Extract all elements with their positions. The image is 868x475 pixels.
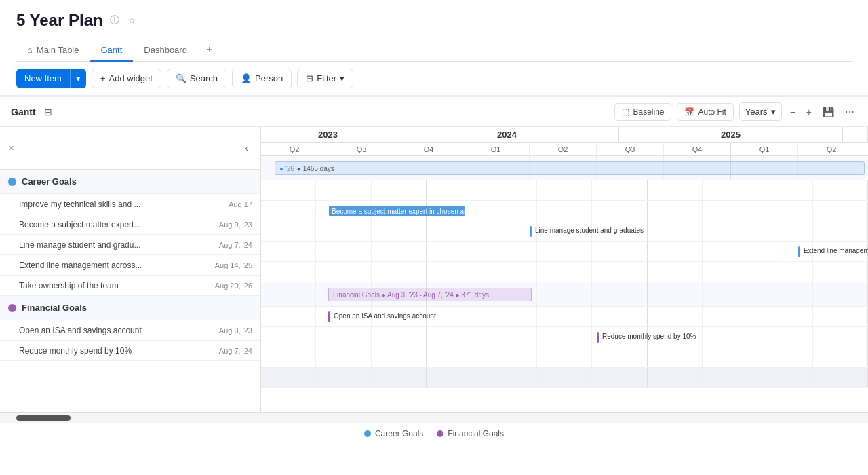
- gantt-main: ✕ ‹ Career Goals Improve my technical sk…: [0, 127, 868, 412]
- item-row-extend: Extend line management across... Aug 14,…: [0, 255, 260, 276]
- group-row-financial: Financial Goals: [0, 296, 260, 320]
- career-summary-bar: ● '26 ● 1465 days: [275, 162, 865, 175]
- info-icon-btn[interactable]: ⓘ: [108, 13, 121, 28]
- timeline-header: 2023 2024 2025 Q2 Q3 Q4 Q1 Q2 Q3 Q4 Q1 Q…: [261, 127, 868, 156]
- person-button[interactable]: 👤 Person: [232, 69, 292, 88]
- gantt-right-panel: 2023 2024 2025 Q2 Q3 Q4 Q1 Q2 Q3 Q4 Q1 Q…: [261, 127, 868, 412]
- gantt-toolbar: Gantt ⊟ ⬚ Baseline 📅 Auto Fit Years ▾ − …: [0, 97, 868, 127]
- filter-icon: ⊟: [306, 73, 313, 83]
- more-options-btn[interactable]: ⋯: [842, 104, 857, 120]
- item-row-ownership: Take ownership of the team Aug 20, '26: [0, 276, 260, 296]
- zoom-in-btn[interactable]: +: [804, 104, 814, 120]
- tab-dashboard[interactable]: Dashboard: [133, 39, 198, 62]
- item-date-expert: Aug 9, '23: [219, 221, 252, 229]
- year-2024: 2024: [395, 127, 619, 142]
- financial-group-timeline-row: Financial Goals ● Aug 3, '23 - Aug 7, '2…: [261, 282, 868, 307]
- add-widget-button[interactable]: + Add widget: [92, 69, 161, 88]
- item-row-line-manage: Line manage student and gradu... Aug 7, …: [0, 235, 260, 255]
- financial-dot: [8, 304, 16, 312]
- career-group-name: Career Goals: [22, 176, 77, 187]
- home-icon: ⌂: [27, 45, 33, 55]
- gantt-col-header: ✕ ‹: [0, 127, 260, 170]
- star-icon-btn[interactable]: ☆: [126, 14, 138, 27]
- item-name-line-manage: Line manage student and gradu...: [19, 240, 168, 250]
- legend-financial-label: Financial Goals: [448, 429, 504, 438]
- search-button[interactable]: 🔍 Search: [167, 69, 226, 88]
- career-group-timeline-row: ● '26 ● 1465 days: [261, 156, 868, 180]
- filter-button[interactable]: ⊟ Filter ▾: [297, 69, 353, 88]
- financial-summary-bar: Financial Goals ● Aug 3, '23 - Aug 7, '2…: [328, 288, 532, 301]
- q-2025-q2: Q2: [798, 143, 865, 155]
- person-icon: 👤: [241, 73, 252, 83]
- legend-financial: Financial Goals: [437, 429, 504, 438]
- q-2023-q2: Q2: [261, 143, 328, 155]
- item-name-reduce: Reduce monthly spend by 10%: [19, 346, 168, 356]
- gantt-left-panel: ✕ ‹ Career Goals Improve my technical sk…: [0, 127, 261, 412]
- item-date-ownership: Aug 20, '26: [215, 282, 252, 290]
- line-manage-timeline-row: Line manage student and graduates: [261, 221, 868, 242]
- item-date-isa: Aug 3, '23: [219, 326, 252, 335]
- timeline-rows: ● '26 ● 1465 days: [261, 156, 868, 388]
- become-expert-bar: Become a subject matter expert in chosen…: [329, 206, 465, 216]
- baseline-btn[interactable]: ⬚ Baseline: [614, 103, 671, 121]
- expert-timeline-row: Become a subject matter expert in chosen…: [261, 201, 868, 221]
- q-2024-q4: Q4: [664, 143, 731, 155]
- item-name-isa: Open an ISA and savings account: [19, 326, 168, 335]
- gantt-filter-btn[interactable]: ⊟: [41, 104, 55, 120]
- career-dot: [8, 178, 16, 186]
- years-select[interactable]: Years ▾: [739, 102, 782, 121]
- isa-timeline-row: Open an ISA and savings account: [261, 307, 868, 327]
- q-2025-q1: Q1: [731, 143, 798, 155]
- financial-group-name: Financial Goals: [22, 303, 87, 313]
- gantt-legend: Career Goals Financial Goals: [0, 423, 868, 444]
- isa-bar: [328, 311, 330, 322]
- reduce-timeline-row: Reduce monthly spend by 10%: [261, 327, 868, 347]
- app-title: 5 Year Plan: [16, 11, 103, 30]
- plus-icon: +: [100, 73, 106, 83]
- gantt-title: Gantt: [11, 107, 36, 117]
- toolbar: New Item ▾ + Add widget 🔍 Search 👤 Perso…: [0, 62, 868, 95]
- item-name-ownership: Take ownership of the team: [19, 281, 168, 290]
- save-view-btn[interactable]: 💾: [820, 104, 837, 120]
- chevron-down-icon: ▾: [771, 107, 776, 117]
- new-item-dropdown-btn[interactable]: ▾: [70, 69, 86, 88]
- item-name-improve: Improve my technical skills and ...: [19, 200, 168, 209]
- baseline-icon: ⬚: [622, 107, 629, 117]
- tab-main-table[interactable]: ⌂ Main Table: [16, 39, 90, 62]
- new-item-button[interactable]: New Item: [16, 69, 70, 88]
- year-2023: 2023: [261, 127, 395, 142]
- item-date-line-manage: Aug 7, '24: [219, 241, 252, 249]
- q-2023-q3: Q3: [328, 143, 395, 155]
- zoom-out-btn[interactable]: −: [787, 104, 798, 120]
- ownership-timeline-row: [261, 262, 868, 282]
- item-name-extend: Extend line management across...: [19, 261, 168, 270]
- line-manage-bar: [530, 226, 532, 237]
- legend-career-label: Career Goals: [375, 429, 423, 438]
- gantt-filter-icon: ⊟: [44, 107, 52, 117]
- tab-gantt[interactable]: Gantt: [90, 39, 134, 62]
- item-row-improve: Improve my technical skills and ... Aug …: [0, 194, 260, 214]
- scrollbar-thumb[interactable]: [16, 415, 71, 421]
- year-extra: [843, 127, 868, 142]
- search-icon: 🔍: [176, 73, 186, 83]
- item-row-isa: Open an ISA and savings account Aug 3, '…: [0, 320, 260, 341]
- gantt-scrollbar[interactable]: [0, 412, 868, 423]
- item-row-expert: Become a subject matter expert... Aug 9,…: [0, 214, 260, 235]
- reduce-bar: [597, 332, 599, 343]
- left-nav-arrow[interactable]: ‹: [241, 141, 252, 155]
- group-row-career: Career Goals: [0, 170, 260, 194]
- add-tab-btn[interactable]: +: [198, 38, 220, 61]
- collapse-icon[interactable]: ✕: [8, 144, 14, 153]
- legend-career: Career Goals: [364, 429, 423, 438]
- app-header: 5 Year Plan ⓘ ☆ ⌂ Main Table Gantt Dashb…: [0, 0, 868, 62]
- q-2025-q3: Q3: [865, 143, 868, 155]
- item-date-reduce: Aug 7, '24: [219, 347, 252, 355]
- q-2023-q4: Q4: [395, 143, 462, 155]
- extend-timeline-row: Extend line manageme...: [261, 242, 868, 262]
- item-date-improve: Aug 17: [229, 200, 252, 208]
- q-2024-q1: Q1: [462, 143, 530, 155]
- item-name-expert: Become a subject matter expert...: [19, 220, 168, 229]
- item-date-extend: Aug 14, '25: [215, 261, 252, 269]
- filter-dropdown-icon: ▾: [340, 73, 344, 83]
- auto-fit-btn[interactable]: 📅 Auto Fit: [677, 103, 733, 121]
